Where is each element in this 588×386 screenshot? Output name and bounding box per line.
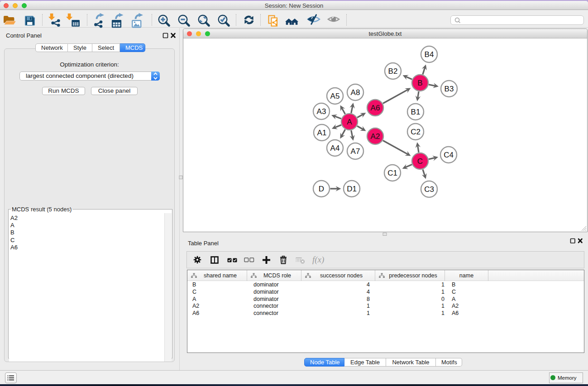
svg-text:A7: A7 bbox=[351, 147, 360, 156]
svg-text:B: B bbox=[417, 79, 422, 87]
svg-text:A3: A3 bbox=[317, 107, 326, 116]
svg-text:A8: A8 bbox=[351, 88, 360, 97]
svg-text:A2: A2 bbox=[371, 132, 380, 141]
svg-text:C3: C3 bbox=[424, 185, 434, 194]
svg-text:C: C bbox=[417, 157, 423, 166]
svg-text:A: A bbox=[347, 118, 352, 126]
svg-text:D1: D1 bbox=[347, 185, 357, 193]
svg-text:B1: B1 bbox=[411, 108, 421, 116]
svg-text:C2: C2 bbox=[411, 128, 421, 136]
svg-text:B2: B2 bbox=[388, 67, 398, 76]
svg-text:D: D bbox=[319, 185, 324, 193]
svg-text:C4: C4 bbox=[444, 151, 454, 159]
svg-text:A6: A6 bbox=[371, 104, 380, 112]
svg-text:A1: A1 bbox=[317, 129, 327, 137]
svg-text:B3: B3 bbox=[445, 85, 454, 93]
svg-text:C1: C1 bbox=[387, 169, 397, 177]
svg-text:A5: A5 bbox=[330, 92, 340, 100]
svg-text:B4: B4 bbox=[425, 50, 434, 59]
svg-text:A4: A4 bbox=[330, 144, 340, 152]
